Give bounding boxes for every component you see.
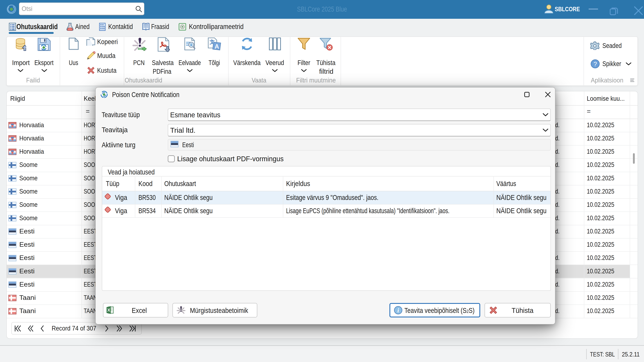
svg-text:?: ? [594, 61, 597, 68]
svg-text:A: A [214, 43, 219, 50]
svg-text:X: X [108, 308, 110, 312]
svg-text:i: i [397, 307, 399, 314]
